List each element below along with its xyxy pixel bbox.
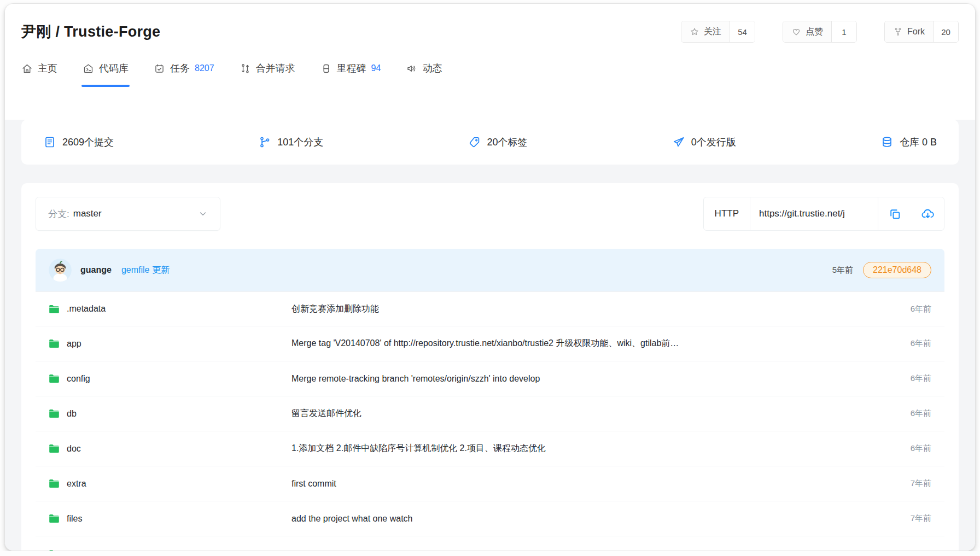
tab-merge-requests[interactable]: 合并请求 xyxy=(240,62,295,87)
commit-message-link[interactable]: gemfile 更新 xyxy=(121,265,170,276)
stat-commits[interactable]: 2609个提交 xyxy=(43,136,114,149)
page-content: 2609个提交 101个分支 20个标签 0个发行版 仓库 0 B xyxy=(5,120,975,551)
file-name-cell[interactable]: files xyxy=(49,514,291,524)
folder-icon xyxy=(49,514,60,523)
folder-icon xyxy=(49,305,60,314)
file-commit-message[interactable]: add the project what one watch xyxy=(291,514,892,524)
folder-icon xyxy=(49,479,60,488)
file-commit-time: 7年前 xyxy=(892,478,931,489)
file-commit-message[interactable]: Merge remote-tracking branch 'remotes/or… xyxy=(291,374,892,384)
file-row-doc[interactable]: doc 1.添加文档 2.邮件中缺陷序号计算机制优化 2.项目、课程动态优化 6… xyxy=(36,431,944,466)
stat-branches[interactable]: 101个分支 xyxy=(258,136,323,149)
folder-icon xyxy=(49,339,60,348)
commit-hash-badge[interactable]: 221e70d648 xyxy=(863,262,931,278)
activity-icon xyxy=(406,63,417,74)
fork-button[interactable]: Fork 20 xyxy=(884,21,959,43)
file-name-cell[interactable]: .metadata xyxy=(49,304,291,314)
file-commit-time: 6年前 xyxy=(892,443,931,454)
file-row-app[interactable]: app Merge tag 'V20140708' of http://repo… xyxy=(36,326,944,361)
folder-icon xyxy=(49,409,60,418)
cloud-download-icon xyxy=(921,207,935,221)
stat-repo-size[interactable]: 仓库 0 B xyxy=(880,136,937,149)
file-row-config[interactable]: config Merge remote-tracking branch 'rem… xyxy=(36,361,944,396)
chevron-down-icon xyxy=(198,209,208,219)
page-title: 尹刚 / Trustie-Forge xyxy=(21,22,160,42)
tab-home[interactable]: 主页 xyxy=(21,62,57,87)
commit-author[interactable]: guange xyxy=(80,265,112,275)
download-button[interactable] xyxy=(911,197,944,230)
file-name-cell[interactable]: config xyxy=(49,374,291,384)
branch-icon xyxy=(258,136,271,149)
home-icon xyxy=(21,63,33,74)
heart-icon xyxy=(791,27,801,37)
file-row-metadata[interactable]: .metadata 创新竞赛添加删除功能 6年前 xyxy=(36,291,944,326)
database-icon xyxy=(880,136,894,149)
stat-tags[interactable]: 20个标签 xyxy=(468,136,528,149)
file-name-cell[interactable]: doc xyxy=(49,444,291,454)
file-name-cell[interactable]: app xyxy=(49,339,291,349)
file-list: .metadata 创新竞赛添加删除功能 6年前 app Merge tag '… xyxy=(36,291,944,551)
commit-icon xyxy=(43,136,56,149)
stat-releases[interactable]: 0个发行版 xyxy=(672,136,736,149)
copy-icon xyxy=(888,207,902,221)
file-commit-time: 7年前 xyxy=(892,513,931,524)
file-row-extra[interactable]: extra first commit 7年前 xyxy=(36,466,944,501)
latest-commit-bar: guange gemfile 更新 5年前 221e70d648 xyxy=(36,249,944,291)
file-row-partial[interactable] xyxy=(36,536,944,551)
watch-count: 54 xyxy=(730,21,755,42)
fork-icon xyxy=(893,27,903,37)
task-icon xyxy=(154,63,165,74)
release-icon xyxy=(672,136,685,149)
repo-icon xyxy=(83,63,94,74)
repo-header: 尹刚 / Trustie-Forge 关注 54 点赞 1 xyxy=(5,4,975,104)
commit-time: 5年前 xyxy=(832,265,853,276)
clone-url-group: HTTP https://git.trustie.net/j xyxy=(703,197,944,231)
file-commit-message[interactable]: 留言发送邮件优化 xyxy=(291,408,892,419)
watch-label: 关注 xyxy=(704,26,721,38)
file-commit-message[interactable]: first commit xyxy=(291,479,892,489)
file-commit-message[interactable]: 创新竞赛添加删除功能 xyxy=(291,303,892,315)
repo-stats-bar: 2609个提交 101个分支 20个标签 0个发行版 仓库 0 B xyxy=(21,120,959,165)
merge-icon xyxy=(240,63,251,74)
branch-selector[interactable]: 分支: master xyxy=(36,197,220,231)
avatar[interactable] xyxy=(49,259,72,282)
repo-browser-card: 分支: master HTTP https://git.trustie.net/… xyxy=(21,183,959,551)
file-commit-message[interactable]: 1.添加文档 2.邮件中缺陷序号计算机制优化 2.项目、课程动态优化 xyxy=(291,443,892,454)
app-window: 尹刚 / Trustie-Forge 关注 54 点赞 1 xyxy=(4,3,976,551)
copy-url-button[interactable] xyxy=(878,197,911,230)
repo-actions: 关注 54 点赞 1 Fork 20 xyxy=(681,21,959,43)
tab-milestones[interactable]: 里程碑 94 xyxy=(320,62,381,87)
folder-icon xyxy=(49,549,60,552)
like-label: 点赞 xyxy=(806,26,823,38)
fork-count: 20 xyxy=(933,21,958,42)
milestone-icon xyxy=(320,63,332,74)
protocol-toggle[interactable]: HTTP xyxy=(704,197,750,230)
watch-button[interactable]: 关注 54 xyxy=(681,21,755,43)
folder-icon xyxy=(49,374,60,383)
star-icon xyxy=(690,27,699,37)
file-commit-time: 6年前 xyxy=(892,408,931,419)
fork-label: Fork xyxy=(907,27,925,37)
tab-code[interactable]: 代码库 xyxy=(83,62,129,87)
file-commit-time: 6年前 xyxy=(892,338,931,349)
file-name-cell[interactable]: extra xyxy=(49,479,291,489)
file-name-cell[interactable] xyxy=(49,549,291,552)
tab-tasks[interactable]: 任务 8207 xyxy=(154,62,214,87)
clone-url-field[interactable]: https://git.trustie.net/j xyxy=(750,197,878,230)
like-button[interactable]: 点赞 1 xyxy=(783,21,857,43)
repo-tabs: 主页 代码库 任务 8207 合并请求 里程碑 94 xyxy=(21,62,959,87)
file-commit-message[interactable]: Merge tag 'V20140708' of http://reposito… xyxy=(291,338,892,349)
repo-toolbar: 分支: master HTTP https://git.trustie.net/… xyxy=(36,197,944,231)
file-name-cell[interactable]: db xyxy=(49,409,291,419)
branch-label: 分支: xyxy=(48,208,69,220)
file-row-db[interactable]: db 留言发送邮件优化 6年前 xyxy=(36,396,944,431)
file-commit-time: 6年前 xyxy=(892,373,931,384)
like-count: 1 xyxy=(831,21,856,42)
file-row-files[interactable]: files add the project what one watch 7年前 xyxy=(36,501,944,536)
tab-activity[interactable]: 动态 xyxy=(406,62,442,87)
tag-icon xyxy=(468,136,481,149)
file-commit-time: 6年前 xyxy=(892,304,931,314)
folder-icon xyxy=(49,444,60,453)
branch-value: master xyxy=(73,208,102,219)
